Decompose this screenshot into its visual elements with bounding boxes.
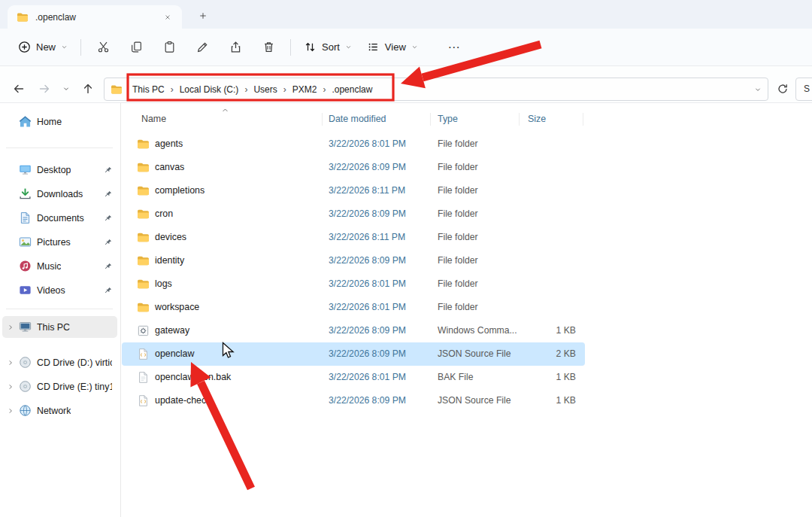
file-row-workspace[interactable]: workspace3/22/2026 8:01 PMFile folder (122, 296, 585, 319)
file-row-openclaw[interactable]: openclaw3/22/2026 8:09 PMJSON Source Fil… (122, 342, 585, 366)
pin-icon (104, 262, 113, 271)
sidebar-content-divider (120, 103, 121, 517)
address-bar[interactable]: This PC›Local Disk (C:)›Users›PXM2›.open… (104, 78, 768, 101)
file-row-gateway[interactable]: gateway3/22/2026 8:09 PMWindows Comma...… (122, 319, 585, 342)
file-row-cron[interactable]: cron3/22/2026 8:09 PMFile folder (122, 202, 585, 226)
chevron-right-icon[interactable] (7, 359, 14, 366)
folder-icon (137, 301, 150, 314)
file-date-modified: 3/22/2026 8:01 PM (329, 132, 406, 156)
file-row-devices[interactable]: devices3/22/2026 8:11 PMFile folder (122, 226, 585, 249)
breadcrumb-separator[interactable]: › (168, 84, 176, 95)
paste-button[interactable] (153, 35, 185, 60)
breadcrumb-separator[interactable]: › (281, 84, 289, 95)
sidebar-item-videos[interactable]: Videos (2, 279, 117, 301)
new-button[interactable]: New (11, 35, 75, 60)
share-button[interactable] (220, 35, 251, 60)
chevron-right-icon[interactable] (7, 407, 14, 415)
breadcrumb-separator[interactable]: › (242, 84, 250, 95)
breadcrumb-separator[interactable]: › (320, 84, 328, 95)
folder-icon (17, 11, 29, 23)
tab-close-button[interactable] (159, 9, 176, 26)
file-row-openclaw-json-bak[interactable]: openclaw.json.bak3/22/2026 8:01 PMBAK Fi… (122, 366, 585, 389)
file-type: File folder (438, 296, 478, 319)
delete-button[interactable] (253, 35, 284, 60)
recent-locations-button[interactable] (59, 78, 74, 99)
column-header-size[interactable]: Size (528, 109, 546, 129)
file-name: identity (155, 249, 184, 272)
sidebar-item-this-pc[interactable]: This PC (2, 316, 117, 338)
column-separator[interactable] (322, 113, 323, 126)
tab-openclaw[interactable]: .openclaw (8, 5, 182, 29)
file-row-agents[interactable]: agents3/22/2026 8:01 PMFile folder (122, 132, 585, 156)
new-tab-button[interactable] (194, 7, 212, 25)
refresh-icon (777, 83, 789, 95)
column-header-type[interactable]: Type (438, 109, 458, 129)
forward-arrow-icon (38, 83, 50, 95)
file-date-modified: 3/22/2026 8:11 PM (329, 179, 405, 202)
view-button[interactable]: View (359, 35, 426, 60)
refresh-button[interactable] (771, 78, 794, 99)
file-name: openclaw.json.bak (155, 366, 231, 389)
file-row-logs[interactable]: logs3/22/2026 8:01 PMFile folder (122, 272, 585, 296)
up-button[interactable] (77, 78, 99, 99)
column-header-date-modified[interactable]: Date modified (329, 109, 386, 129)
sidebar-item-pictures[interactable]: Pictures (2, 231, 117, 253)
file-row-completions[interactable]: completions3/22/2026 8:11 PMFile folder (122, 179, 585, 202)
sidebar-item-network[interactable]: Network (2, 400, 117, 421)
rename-icon (196, 41, 209, 53)
sidebar-item-label: Network (37, 406, 71, 416)
column-separator[interactable] (430, 113, 431, 126)
folder-icon (137, 208, 150, 220)
file-type: JSON Source File (438, 389, 511, 412)
sort-button[interactable]: Sort (296, 35, 359, 60)
desktop-icon (19, 163, 32, 176)
column-separator[interactable] (519, 113, 520, 126)
sidebar-item-music[interactable]: Music (2, 255, 117, 277)
breadcrumb-item[interactable]: .openclaw (328, 84, 376, 95)
command-file-icon (137, 324, 150, 337)
json-file-icon (137, 348, 150, 360)
file-name: cron (155, 202, 173, 226)
tab-bar: .openclaw (0, 0, 812, 29)
sort-icon (304, 41, 317, 53)
sidebar-item-downloads[interactable]: Downloads (2, 183, 117, 205)
folder-icon (137, 254, 150, 267)
rename-button[interactable] (186, 35, 218, 60)
sidebar-item-documents[interactable]: Documents (2, 207, 117, 229)
file-row-update-check[interactable]: update-check3/22/2026 8:09 PMJSON Source… (122, 389, 585, 412)
sidebar-item-label: Music (37, 261, 61, 272)
pin-icon (104, 238, 113, 247)
sidebar-item-desktop[interactable]: Desktop (2, 159, 117, 181)
file-row-identity[interactable]: identity3/22/2026 8:09 PMFile folder (122, 249, 585, 272)
breadcrumb-item[interactable]: This PC (129, 84, 168, 95)
breadcrumb-item[interactable]: Users (250, 84, 280, 95)
column-header-name[interactable]: Name (141, 109, 166, 129)
chevron-down-icon[interactable] (754, 86, 762, 93)
breadcrumb-item[interactable]: Local Disk (C:) (176, 84, 243, 95)
cut-button[interactable] (87, 35, 119, 60)
pictures-icon (19, 236, 32, 248)
cd-drive-icon (19, 380, 32, 393)
file-date-modified: 3/22/2026 8:01 PM (329, 272, 406, 296)
more-options-button[interactable]: … (439, 35, 469, 60)
forward-button[interactable] (33, 78, 56, 99)
back-button[interactable] (8, 78, 30, 99)
file-size: 1 KB (510, 389, 576, 412)
sidebar-item-cd-drive-e-tiny11[interactable]: CD Drive (E:) tiny11 (2, 376, 117, 397)
file-date-modified: 3/22/2026 8:09 PM (329, 202, 406, 226)
pin-icon (104, 166, 113, 175)
sidebar-item-label: Downloads (37, 189, 83, 199)
column-separator[interactable] (583, 113, 583, 126)
copy-button[interactable] (120, 35, 152, 60)
home-icon (19, 115, 32, 128)
sidebar-item-home[interactable]: Home (2, 111, 117, 132)
sidebar-item-cd-drive-d-virtio[interactable]: CD Drive (D:) virtio- (2, 351, 117, 373)
search-box[interactable]: S (795, 78, 812, 101)
file-date-modified: 3/22/2026 8:09 PM (329, 156, 406, 179)
bak-file-icon (137, 371, 150, 384)
folder-icon (137, 161, 150, 174)
file-row-canvas[interactable]: canvas3/22/2026 8:09 PMFile folder (122, 156, 585, 179)
breadcrumb-item[interactable]: PXM2 (289, 84, 321, 95)
chevron-right-icon[interactable] (7, 383, 14, 391)
chevron-right-icon[interactable] (7, 324, 14, 331)
